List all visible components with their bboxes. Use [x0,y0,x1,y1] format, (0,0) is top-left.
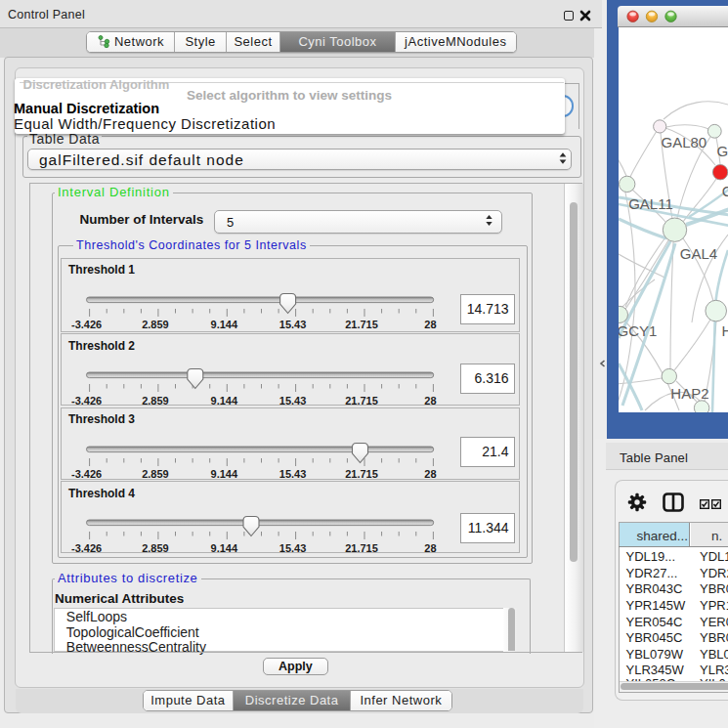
svg-text:C: C [722,183,728,199]
svg-text:GAL11: GAL11 [628,195,673,212]
svg-text:H: H [722,322,728,339]
svg-text:GCY1: GCY1 [619,322,657,339]
svg-text:GAL4: GAL4 [680,245,717,262]
svg-text:GAL80: GAL80 [662,134,707,150]
svg-text:GA: GA [717,143,728,159]
svg-text:HAP2: HAP2 [670,385,708,402]
